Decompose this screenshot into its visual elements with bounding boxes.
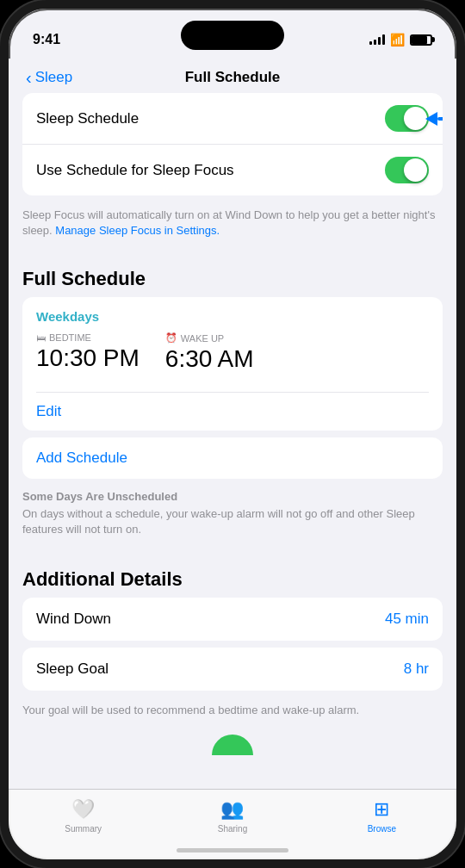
bedtime-value: 10:30 PM xyxy=(36,344,140,372)
sleep-schedule-row: Sleep Schedule xyxy=(22,93,443,144)
sleep-goal-row[interactable]: Sleep Goal 8 hr xyxy=(22,648,443,691)
back-label: Sleep xyxy=(35,69,72,86)
heart-icon: 🤍 xyxy=(71,798,95,821)
toggle-knob xyxy=(404,107,427,130)
edit-button[interactable]: Edit xyxy=(22,393,443,431)
full-schedule-header: Full Schedule xyxy=(9,251,456,297)
arrow-indicator xyxy=(427,112,443,126)
signal-icon xyxy=(369,34,385,45)
status-time: 9:41 xyxy=(33,32,60,47)
browse-tab-label: Browse xyxy=(368,824,396,834)
day-label: Weekdays xyxy=(36,309,429,324)
tab-summary[interactable]: 🤍 Summary xyxy=(9,798,158,834)
home-indicator xyxy=(177,848,288,852)
wifi-icon: 📶 xyxy=(390,33,405,46)
add-schedule-button[interactable]: Add Schedule xyxy=(22,437,443,479)
additional-details-header: Additional Details xyxy=(9,551,456,598)
sleep-schedule-toggle-container xyxy=(385,105,429,132)
dynamic-island xyxy=(181,21,284,50)
use-schedule-row: Use Schedule for Sleep Focus xyxy=(22,144,443,195)
wakeup-type: ⏰ WAKE UP xyxy=(165,332,254,344)
arrow-head-icon xyxy=(425,112,437,126)
summary-tab-label: Summary xyxy=(65,824,102,834)
use-schedule-toggle[interactable] xyxy=(385,157,429,183)
some-days-body: On days without a schedule, your wake-up… xyxy=(22,506,443,537)
sleep-schedule-toggle[interactable] xyxy=(385,105,429,132)
wakeup-block: ⏰ WAKE UP 6:30 AM xyxy=(165,332,254,373)
green-circle-partial xyxy=(209,735,256,755)
some-days-section: Some Days Are Unscheduled On days withou… xyxy=(9,486,456,552)
sleep-goal-label: Sleep Goal xyxy=(36,660,108,678)
alarm-icon: ⏰ xyxy=(165,332,177,344)
schedule-card-inner: Weekdays 🛏 BEDTIME 10:30 PM ⏰ WAKE UP xyxy=(22,297,443,392)
chevron-left-icon: ‹ xyxy=(26,69,32,86)
page-title: Full Schedule xyxy=(185,69,281,86)
screen-content: ‹ Sleep Full Schedule Sleep Schedule xyxy=(9,59,456,789)
battery-icon xyxy=(410,34,432,46)
bedtime-type: 🛏 BEDTIME xyxy=(36,332,140,343)
weekdays-schedule-card: Weekdays 🛏 BEDTIME 10:30 PM ⏰ WAKE UP xyxy=(22,297,443,431)
schedule-times: 🛏 BEDTIME 10:30 PM ⏰ WAKE UP 6:30 AM xyxy=(36,332,429,373)
wind-down-value: 45 min xyxy=(385,611,429,628)
sleep-goal-helper: Your goal will be used to recommend a be… xyxy=(9,698,456,730)
wakeup-value: 6:30 AM xyxy=(165,345,254,373)
wind-down-label: Wind Down xyxy=(36,611,111,628)
bedtime-block: 🛏 BEDTIME 10:30 PM xyxy=(36,332,140,372)
tab-sharing[interactable]: 👥 Sharing xyxy=(158,798,307,834)
sharing-tab-label: Sharing xyxy=(218,824,247,834)
sleep-schedule-label: Sleep Schedule xyxy=(36,110,139,127)
browse-icon: ⊞ xyxy=(374,798,389,821)
use-schedule-label: Use Schedule for Sleep Focus xyxy=(36,162,234,179)
toggle-card: Sleep Schedule Use Schedule for Sleep Fo… xyxy=(22,93,443,195)
sleep-goal-value: 8 hr xyxy=(404,660,429,678)
sharing-icon: 👥 xyxy=(220,798,244,821)
wind-down-card: Wind Down 45 min xyxy=(22,598,443,641)
toggle-knob-2 xyxy=(404,158,427,182)
bed-icon: 🛏 xyxy=(36,332,46,343)
phone-frame: 9:41 📶 ‹ Sleep Full Schedule xyxy=(0,0,465,868)
back-button[interactable]: ‹ Sleep xyxy=(26,69,72,86)
status-icons: 📶 xyxy=(369,33,432,46)
some-days-title: Some Days Are Unscheduled xyxy=(22,489,443,505)
helper-text: Sleep Focus will automatically turn on a… xyxy=(9,202,456,251)
nav-bar: ‹ Sleep Full Schedule xyxy=(9,59,456,93)
tab-browse[interactable]: ⊞ Browse xyxy=(307,798,456,834)
arrow-line xyxy=(437,117,443,121)
wind-down-row[interactable]: Wind Down 45 min xyxy=(22,598,443,641)
sleep-goal-card: Sleep Goal 8 hr xyxy=(22,648,443,691)
helper-link[interactable]: Manage Sleep Focus in Settings. xyxy=(55,224,220,237)
